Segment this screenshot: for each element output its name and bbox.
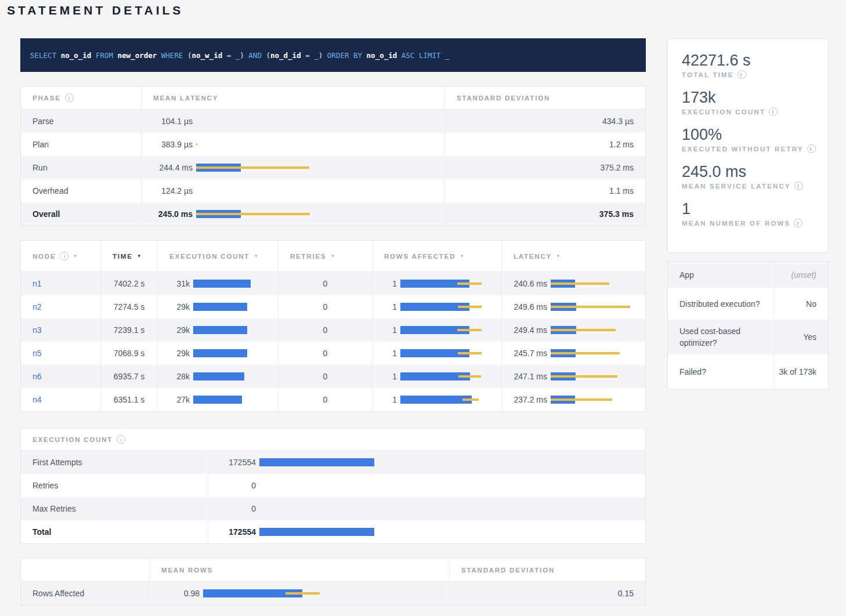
sql-keyword: AND <box>248 51 266 60</box>
column-header[interactable]: LATENCY▼ <box>501 241 645 271</box>
info-icon[interactable]: i <box>794 219 802 227</box>
count-value: 0 <box>208 504 256 513</box>
node-link[interactable]: n2 <box>32 302 42 311</box>
column-header-label: MEAN LATENCY <box>153 95 218 102</box>
node-cell: n2 <box>21 295 100 318</box>
exec-count-cell: 29k <box>157 295 278 318</box>
attribute-row: Distributed execution?No <box>668 288 828 320</box>
stddev-value: 375.3 ms <box>599 209 634 219</box>
info-icon[interactable]: i <box>60 252 68 260</box>
sql-keyword: ORDER BY <box>327 51 367 60</box>
attribute-row: App(unset) <box>668 262 828 288</box>
info-icon[interactable]: i <box>737 70 746 79</box>
stddev-bar <box>285 592 320 595</box>
time-value: 7068.9 s <box>114 349 145 358</box>
node-link[interactable]: n1 <box>32 279 42 288</box>
phase-name-cell: Parse <box>21 110 141 133</box>
mean-bar <box>193 280 251 288</box>
column-header: MEAN LATENCY <box>141 86 444 109</box>
stat-value: 42271.6 s <box>682 52 828 70</box>
latency-cell: 245.7 ms <box>501 342 645 365</box>
rows-affected-value: 1 <box>373 279 397 288</box>
mean-latency-value: 124.2 µs <box>142 186 193 195</box>
stddev-cell: 1.1 ms <box>444 179 645 202</box>
phase-name-cell: Overhead <box>21 179 141 202</box>
retries-cell: 0 <box>278 365 372 388</box>
info-icon[interactable]: i <box>117 435 125 444</box>
time-cell: 7402.2 s <box>100 272 157 295</box>
column-header[interactable]: EXECUTION COUNT▼ <box>157 241 278 271</box>
stddev-bar <box>551 398 612 401</box>
latency-value: 249.6 ms <box>502 302 547 311</box>
mean-latency-value: 244.4 ms <box>142 163 193 172</box>
per-node-stats-table: NODEi▼TIME▼EXECUTION COUNT▼RETRIES▼ROWS … <box>20 240 646 412</box>
column-header <box>21 559 149 581</box>
column-header[interactable]: NODEi▼ <box>21 241 100 271</box>
rows-affected-cell: 1 <box>372 295 501 318</box>
column-header-label: STANDARD DEVIATION <box>461 567 555 574</box>
node-row: n66935.7 s28k01247.1 ms <box>21 365 645 388</box>
stat-label: EXECUTION COUNTi <box>682 107 828 116</box>
node-link[interactable]: n6 <box>32 372 42 381</box>
retries-value: 0 <box>323 279 328 288</box>
info-icon[interactable]: i <box>807 144 816 153</box>
stat-value: 100% <box>682 126 828 144</box>
exec-count-cell: 31k <box>157 272 278 295</box>
table-title: EXECUTION COUNT <box>32 436 113 443</box>
stat-label-text: EXECUTION COUNT <box>682 108 765 115</box>
phase-name: Overall <box>32 209 60 219</box>
bar-chart <box>551 280 638 288</box>
rows-affected-table: MEAN ROWSSTANDARD DEVIATIONRows Affected… <box>20 558 646 606</box>
label-cell: Max Retries <box>21 497 208 520</box>
mean-latency-cell: 245.0 ms <box>141 202 444 226</box>
stddev-bar <box>551 375 617 378</box>
latency-cell: 237.2 ms <box>501 388 645 411</box>
bar-chart <box>400 396 487 404</box>
stddev-bar <box>196 166 309 169</box>
info-icon[interactable]: i <box>65 93 74 102</box>
info-icon[interactable]: i <box>794 182 803 190</box>
rows-affected-cell: 1 <box>372 342 501 365</box>
mean-rows-value: 0.98 <box>150 589 200 598</box>
exec-count-cell: 27k <box>157 388 278 411</box>
retries-value: 0 <box>323 302 328 311</box>
bar-chart <box>259 458 422 466</box>
info-icon[interactable]: i <box>769 107 778 116</box>
mean-latency-cell: 124.2 µs <box>141 179 444 202</box>
column-header[interactable]: RETRIES▼ <box>278 241 372 271</box>
rows-affected-cell: 1 <box>372 272 501 295</box>
node-link[interactable]: n4 <box>32 395 42 404</box>
sql-keyword: SELECT <box>30 51 61 60</box>
stddev-bar <box>457 329 482 331</box>
node-link[interactable]: n5 <box>32 349 42 358</box>
stat-label-text: EXECUTED WITHOUT RETRY <box>682 146 804 153</box>
retries-cell: 0 <box>278 388 372 411</box>
column-header[interactable]: ROWS AFFECTED▼ <box>372 241 501 271</box>
bar-chart <box>551 303 638 311</box>
phase-row: Run244.4 ms375.2 ms <box>21 156 645 179</box>
sql-punctuation: = _) <box>301 51 327 60</box>
sql-keyword: FROM <box>96 51 118 60</box>
node-link[interactable]: n3 <box>32 325 42 335</box>
statement-sql-text: SELECT no_o_id FROM new_order WHERE (no_… <box>30 51 450 60</box>
time-cell: 6935.7 s <box>100 365 157 388</box>
mean-latency-value: 245.0 ms <box>142 209 193 219</box>
sort-arrow-icon: ▼ <box>73 253 77 259</box>
summary-stat: 100%EXECUTED WITHOUT RETRYi <box>682 126 828 153</box>
phase-name: Plan <box>32 140 49 149</box>
column-header[interactable]: TIME▼ <box>100 241 157 271</box>
exec-count-cell: 29k <box>157 318 278 342</box>
node-table-header: NODEi▼TIME▼EXECUTION COUNT▼RETRIES▼ROWS … <box>21 241 645 272</box>
mean-bar <box>259 528 374 536</box>
mean-latency-cell: 104.1 µs <box>141 110 444 133</box>
node-cell: n4 <box>21 388 100 411</box>
sort-arrow-icon: ▼ <box>254 253 258 259</box>
attribute-row: Failed?3k of 173k <box>668 354 828 389</box>
sql-identifier: no_d_id <box>270 51 301 60</box>
mean-latency-value: 383.9 µs <box>142 140 193 149</box>
node-cell: n3 <box>21 318 100 342</box>
exec-count-value: 28k <box>158 372 190 381</box>
attribute-value: Yes <box>774 320 828 354</box>
sql-punctuation: = _) <box>222 51 248 60</box>
stat-label: MEAN SERVICE LATENCYi <box>682 182 828 190</box>
